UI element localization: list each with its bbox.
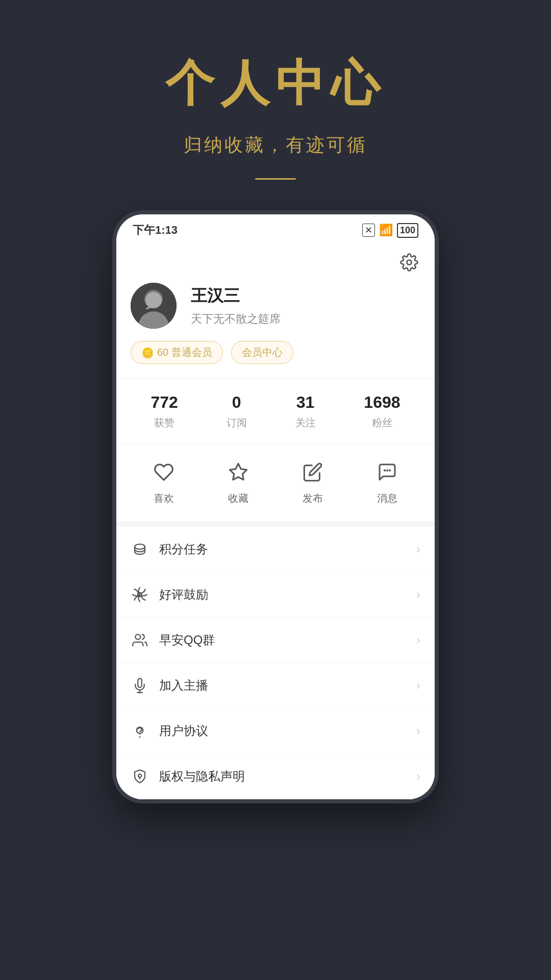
profile-badges: 🪙 60 普通会员 会员中心 (131, 341, 420, 364)
header-divider (255, 178, 296, 180)
svg-point-2 (144, 290, 163, 308)
svg-point-11 (135, 634, 140, 640)
menu-item-qq[interactable]: 早安QQ群 › (116, 618, 435, 663)
stat-following-value: 31 (296, 393, 315, 412)
stat-following[interactable]: 31 关注 (295, 393, 316, 430)
mic-icon (131, 676, 149, 695)
stat-likes[interactable]: 772 获赞 (151, 393, 178, 430)
menu-item-review[interactable]: 好评鼓励 › (116, 572, 435, 618)
svg-point-3 (139, 313, 168, 329)
heart-icon (151, 459, 177, 485)
menu-qq-arrow: › (416, 633, 420, 647)
phone-screen: 下午1:13 ✕ 📶 100 (116, 214, 435, 799)
shield-icon (131, 767, 149, 786)
profile-section: 王汉三 天下无不散之筵席 🪙 60 普通会员 会员中心 (116, 278, 435, 378)
page-subtitle: 归纳收藏，有迹可循 (184, 133, 367, 158)
idea-icon (131, 722, 149, 740)
action-favorites[interactable]: 收藏 (225, 459, 252, 505)
status-time: 下午1:13 (133, 223, 178, 238)
stat-subscriptions[interactable]: 0 订阅 (227, 393, 247, 430)
star-icon (225, 459, 252, 485)
flower-icon (131, 585, 149, 604)
action-likes-label: 喜欢 (154, 492, 174, 505)
svg-point-0 (407, 260, 412, 265)
phone-mockup: 下午1:13 ✕ 📶 100 (112, 210, 439, 803)
menu-agreement-label: 用户协议 (159, 723, 406, 739)
action-likes[interactable]: 喜欢 (151, 459, 177, 505)
action-publish[interactable]: 发布 (299, 459, 326, 505)
wifi-icon: 📶 (379, 224, 393, 237)
stat-fans[interactable]: 1698 粉丝 (364, 393, 400, 430)
menu-qq-label: 早安QQ群 (159, 632, 406, 648)
status-icons: ✕ 📶 100 (362, 223, 418, 238)
svg-marker-5 (230, 463, 246, 480)
menu-broadcaster-label: 加入主播 (159, 677, 406, 694)
menu-tasks-label: 积分任务 (159, 541, 406, 557)
coin-icon: 🪙 (141, 347, 154, 359)
menu-tasks-arrow: › (416, 542, 420, 556)
page-header: 个人中心 归纳收藏，有迹可循 (165, 0, 386, 180)
menu-privacy-label: 版权与隐私声明 (159, 768, 406, 785)
menu-item-agreement[interactable]: 用户协议 › (116, 708, 435, 754)
status-bar: 下午1:13 ✕ 📶 100 (116, 214, 435, 243)
menu-privacy-arrow: › (416, 769, 420, 783)
profile-bio: 天下无不散之筵席 (191, 311, 281, 327)
settings-row (116, 243, 435, 278)
stat-fans-label: 粉丝 (372, 416, 392, 430)
menu-review-label: 好评鼓励 (159, 586, 406, 603)
coins-icon (131, 540, 149, 558)
stat-subscriptions-label: 订阅 (227, 416, 247, 430)
group-icon (131, 631, 149, 649)
action-messages-label: 消息 (377, 492, 397, 505)
page-title: 个人中心 (165, 51, 386, 117)
message-icon (374, 459, 400, 485)
menu-broadcaster-arrow: › (416, 678, 420, 693)
action-messages[interactable]: 消息 (374, 459, 400, 505)
action-publish-label: 发布 (303, 492, 323, 505)
stat-following-label: 关注 (295, 416, 316, 430)
profile-name: 王汉三 (191, 285, 281, 307)
profile-main: 王汉三 天下无不散之筵席 (131, 283, 420, 329)
settings-icon[interactable] (398, 251, 420, 274)
actions-section: 喜欢 收藏 (116, 444, 435, 522)
menu-agreement-arrow: › (416, 724, 420, 738)
avatar-image (131, 283, 177, 329)
action-favorites-label: 收藏 (228, 492, 248, 505)
stat-fans-value: 1698 (364, 393, 400, 412)
stat-subscriptions-value: 0 (232, 393, 241, 412)
stats-section: 772 获赞 0 订阅 31 关注 1698 粉丝 (116, 378, 435, 444)
menu-review-arrow: › (416, 587, 420, 602)
vip-badge[interactable]: 会员中心 (231, 341, 293, 364)
svg-point-9 (135, 544, 145, 549)
edit-icon (299, 459, 326, 485)
avatar[interactable] (131, 283, 177, 329)
svg-rect-1 (131, 283, 177, 329)
menu-list: 积分任务 › (116, 522, 435, 799)
menu-item-tasks[interactable]: 积分任务 › (116, 527, 435, 572)
profile-info: 王汉三 天下无不散之筵席 (191, 285, 281, 327)
menu-item-privacy[interactable]: 版权与隐私声明 › (116, 754, 435, 799)
stat-likes-value: 772 (151, 393, 178, 412)
battery-icon: 100 (397, 223, 418, 238)
stat-likes-label: 获赞 (154, 416, 174, 430)
member-badge[interactable]: 🪙 60 普通会员 (131, 341, 223, 364)
menu-item-broadcaster[interactable]: 加入主播 › (116, 663, 435, 708)
battery-x-icon: ✕ (362, 224, 375, 237)
app-content: 王汉三 天下无不散之筵席 🪙 60 普通会员 会员中心 (116, 243, 435, 799)
